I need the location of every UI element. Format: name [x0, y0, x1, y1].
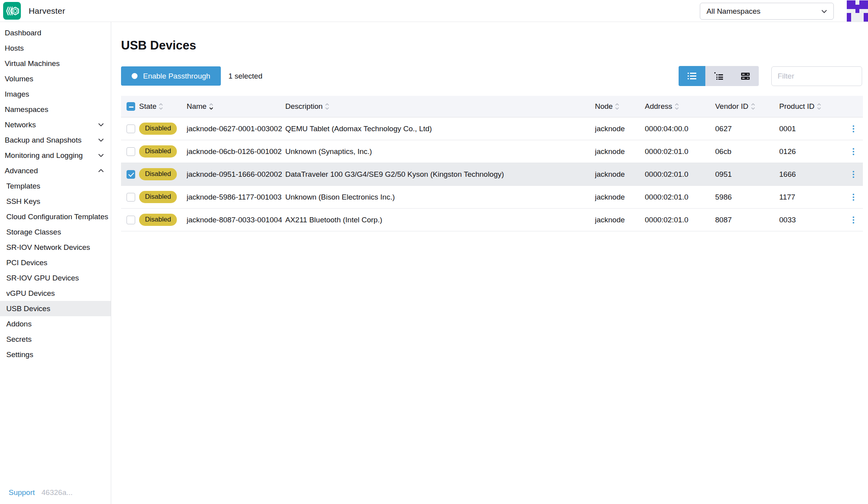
device-name: jacknode-0951-1666-002002	[187, 170, 285, 179]
card-list-icon	[741, 73, 750, 80]
sidebar-item-label: vGPU Devices	[6, 289, 55, 298]
status-badge: Disabled	[139, 168, 177, 180]
view-list-button[interactable]	[679, 66, 705, 86]
row-checkbox[interactable]	[127, 147, 135, 156]
sidebar-item-dashboard[interactable]: Dashboard	[0, 25, 111, 40]
sidebar-item-hosts[interactable]: Hosts	[0, 40, 111, 56]
row-actions-menu-icon[interactable]	[844, 123, 863, 135]
enable-passthrough-label: Enable Passthrough	[143, 72, 210, 81]
filter-input[interactable]	[771, 66, 862, 86]
selected-count: 1 selected	[228, 72, 262, 81]
sidebar-item-label: Volumes	[5, 75, 33, 83]
sidebar-item-networks[interactable]: Networks	[0, 117, 111, 132]
sidebar-item-storage-classes[interactable]: Storage Classes	[0, 224, 111, 240]
sidebar-item-label: Settings	[6, 350, 33, 359]
table-row[interactable]: Disabled jacknode-06cb-0126-001002 Unkno…	[121, 140, 863, 163]
column-header-label: Description	[285, 102, 323, 111]
status-badge: Disabled	[139, 123, 177, 134]
sidebar-item-ssh-keys[interactable]: SSH Keys	[0, 194, 111, 209]
column-header-vendor-id[interactable]: Vendor ID	[715, 102, 779, 111]
user-identicon-icon	[847, 0, 868, 22]
column-header-address[interactable]: Address	[645, 102, 715, 111]
view-grouped-list-button[interactable]	[705, 66, 732, 86]
list-icon	[688, 73, 696, 79]
sidebar-item-images[interactable]: Images	[0, 86, 111, 102]
sidebar-item-sriov-network-devices[interactable]: SR-IOV Network Devices	[0, 240, 111, 255]
sort-icon	[209, 103, 213, 110]
namespace-selector[interactable]: All Namespaces	[700, 3, 834, 20]
sidebar-item-secrets[interactable]: Secrets	[0, 332, 111, 347]
sidebar-item-label: Addons	[6, 320, 31, 328]
column-header-description[interactable]: Description	[285, 102, 595, 111]
row-actions-menu-icon[interactable]	[844, 214, 863, 226]
column-header-state[interactable]: State	[138, 102, 187, 111]
chevron-up-icon	[98, 169, 104, 172]
row-checkbox[interactable]	[127, 193, 135, 202]
sidebar-item-backup-and-snapshots[interactable]: Backup and Snapshots	[0, 132, 111, 148]
row-checkbox[interactable]	[127, 170, 135, 179]
view-card-button[interactable]	[732, 66, 759, 86]
table-row[interactable]: Disabled jacknode-8087-0033-001004 AX211…	[121, 209, 863, 231]
table-row[interactable]: Disabled jacknode-0627-0001-003002 QEMU …	[121, 117, 863, 140]
sidebar-item-cloud-configuration-templates[interactable]: Cloud Configuration Templates	[0, 209, 111, 224]
table-row[interactable]: Disabled jacknode-5986-1177-001003 Unkno…	[121, 186, 863, 209]
column-header-product-id[interactable]: Product ID	[779, 102, 844, 111]
sidebar-item-vgpu-devices[interactable]: vGPU Devices	[0, 286, 111, 301]
sidebar-item-monitoring-and-logging[interactable]: Monitoring and Logging	[0, 148, 111, 163]
enable-passthrough-button[interactable]: Enable Passthrough	[121, 66, 221, 86]
device-name: jacknode-8087-0033-001004	[187, 216, 285, 224]
row-actions-menu-icon[interactable]	[844, 146, 863, 158]
device-address: 0000:02:01.0	[645, 193, 715, 202]
select-all-checkbox[interactable]	[127, 102, 135, 111]
status-badge: Disabled	[139, 145, 177, 157]
device-node: jacknode	[595, 125, 645, 133]
sidebar-item-volumes[interactable]: Volumes	[0, 71, 111, 86]
user-avatar[interactable]	[847, 0, 868, 22]
sidebar-item-namespaces[interactable]: Namespaces	[0, 102, 111, 117]
column-header-name[interactable]: Name	[187, 102, 285, 111]
device-product-id: 1177	[779, 193, 844, 202]
sidebar-item-label: Hosts	[5, 44, 24, 53]
sidebar: Dashboard Hosts Virtual Machines Volumes…	[0, 22, 111, 504]
status-badge: Disabled	[139, 214, 177, 225]
sort-icon	[615, 103, 619, 110]
sidebar-item-settings[interactable]: Settings	[0, 347, 111, 362]
row-actions-menu-icon[interactable]	[844, 169, 863, 180]
harvester-logo[interactable]	[3, 2, 21, 20]
table-row[interactable]: Disabled jacknode-0951-1666-002002 DataT…	[121, 163, 863, 186]
sidebar-item-label: SR-IOV GPU Devices	[6, 274, 79, 282]
sidebar-footer: Support 46326a...	[9, 488, 73, 497]
column-header-label: State	[139, 102, 156, 111]
sidebar-item-label: USB Devices	[6, 304, 50, 313]
sidebar-item-addons[interactable]: Addons	[0, 316, 111, 332]
version-text: 46326a...	[42, 488, 73, 497]
usb-devices-table: State Name Description Node Address Vend…	[121, 96, 863, 231]
support-link[interactable]: Support	[9, 488, 35, 497]
sidebar-item-advanced[interactable]: Advanced	[0, 163, 111, 178]
sidebar-item-label: Dashboard	[5, 29, 41, 37]
sidebar-item-virtual-machines[interactable]: Virtual Machines	[0, 56, 111, 71]
sidebar-item-label: Advanced	[5, 167, 38, 175]
sidebar-item-templates[interactable]: Templates	[0, 178, 111, 194]
device-description: DataTraveler 100 G3/G4/SE9 G2/50 Kyson (…	[285, 170, 595, 179]
row-actions-menu-icon[interactable]	[844, 191, 863, 203]
sidebar-item-usb-devices[interactable]: USB Devices	[0, 301, 111, 316]
sidebar-item-sriov-gpu-devices[interactable]: SR-IOV GPU Devices	[0, 270, 111, 286]
column-header-node[interactable]: Node	[595, 102, 645, 111]
device-name: jacknode-0627-0001-003002	[187, 125, 285, 133]
column-header-label: Name	[187, 102, 207, 111]
sidebar-item-label: Networks	[5, 121, 36, 129]
column-header-label: Product ID	[779, 102, 815, 111]
chevron-down-icon	[98, 154, 104, 157]
sidebar-item-label: SR-IOV Network Devices	[6, 243, 90, 252]
row-checkbox[interactable]	[127, 216, 135, 224]
chevron-down-icon	[98, 123, 104, 126]
sidebar-item-label: SSH Keys	[6, 197, 40, 206]
sidebar-item-label: Monitoring and Logging	[5, 151, 83, 160]
namespace-selector-value: All Namespaces	[707, 7, 760, 16]
sidebar-item-label: Images	[5, 90, 29, 99]
circle-icon	[132, 73, 138, 79]
sidebar-item-label: Backup and Snapshots	[5, 136, 81, 145]
sidebar-item-pci-devices[interactable]: PCI Devices	[0, 255, 111, 270]
row-checkbox[interactable]	[127, 125, 135, 133]
